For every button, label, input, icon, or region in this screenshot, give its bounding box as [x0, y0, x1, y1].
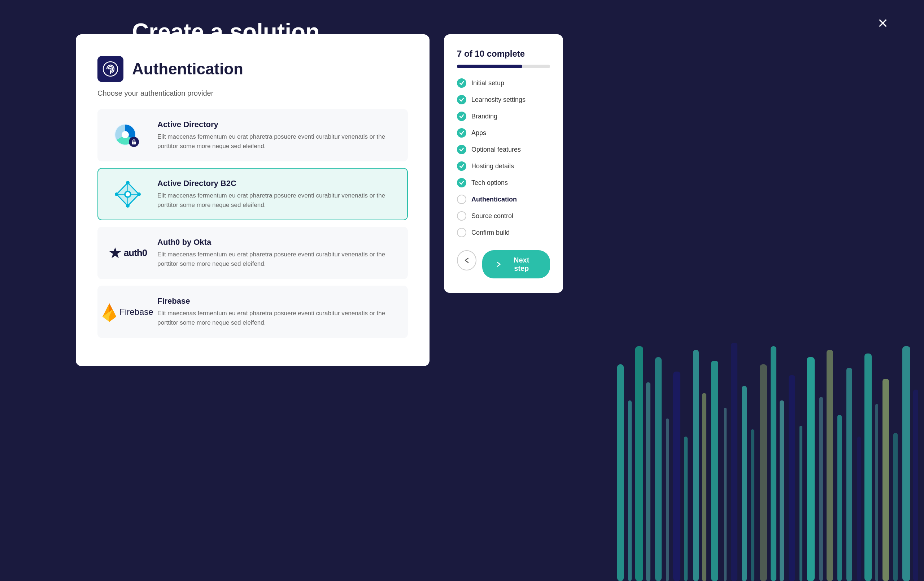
svg-rect-6 [673, 372, 680, 581]
active-directory-logo [110, 121, 146, 150]
step-check-2 [457, 112, 466, 121]
svg-rect-17 [780, 401, 784, 581]
firebase-name: Firebase [157, 296, 396, 306]
next-step-button[interactable]: Next step [482, 250, 550, 278]
option-card-firebase[interactable]: Firebase Firebase Elit maecenas fermentu… [97, 286, 408, 338]
svg-rect-13 [742, 386, 747, 581]
step-check-4 [457, 145, 466, 154]
step-check-3 [457, 128, 466, 137]
empty-check-icon [459, 197, 464, 202]
svg-rect-10 [711, 361, 718, 581]
back-button[interactable] [457, 250, 477, 270]
checkmark-icon [459, 164, 464, 169]
nav-buttons: Next step [457, 250, 550, 278]
svg-point-40 [126, 181, 130, 185]
firebase-desc: Elit maecenas fermentum eu erat pharetra… [157, 309, 396, 327]
checkmark-icon [459, 130, 464, 136]
svg-rect-28 [883, 379, 889, 581]
option-card-auth0[interactable]: auth0 Auth0 by Okta Elit maecenas fermen… [97, 227, 408, 279]
step-check-6 [457, 178, 466, 187]
step-label-6: Tech options [471, 179, 508, 187]
modal-header: Authentication [97, 56, 408, 82]
active-directory-b2c-name: Active Directory B2C [157, 179, 396, 188]
step-check-8 [457, 211, 466, 221]
step-check-5 [457, 161, 466, 171]
checkmark-icon [459, 81, 464, 86]
svg-point-34 [122, 131, 129, 138]
step-list: Initial setupLearnosity settingsBranding… [457, 78, 550, 237]
svg-rect-24 [846, 368, 852, 581]
option-card-active-directory[interactable]: Active Directory Elit maecenas fermentum… [97, 109, 408, 161]
svg-rect-1 [628, 401, 632, 581]
firebase-logo: Firebase [110, 298, 146, 326]
step-item-3[interactable]: Apps [457, 128, 550, 137]
svg-rect-8 [693, 350, 699, 581]
step-item-0[interactable]: Initial setup [457, 78, 550, 88]
checkmark-icon [459, 114, 464, 119]
svg-rect-20 [807, 357, 815, 581]
svg-rect-25 [857, 437, 861, 581]
step-item-6[interactable]: Tech options [457, 178, 550, 187]
step-item-1[interactable]: Learnosity settings [457, 95, 550, 104]
auth0-name: Auth0 by Okta [157, 238, 396, 247]
step-label-8: Source control [471, 212, 513, 220]
svg-point-41 [137, 192, 141, 196]
empty-check-icon [459, 230, 464, 235]
step-label-3: Apps [471, 129, 486, 137]
sidebar-panel: 7 of 10 complete Initial setupLearnosity… [444, 34, 563, 293]
svg-point-32 [103, 62, 118, 76]
active-directory-b2c-info: Active Directory B2C Elit maecenas ferme… [157, 179, 396, 209]
checkmark-icon [459, 180, 464, 185]
progress-bar-background [457, 65, 550, 68]
step-label-7: Authentication [471, 196, 517, 203]
auth0-info: Auth0 by Okta Elit maecenas fermentum eu… [157, 238, 396, 268]
active-directory-name: Active Directory [157, 120, 396, 129]
svg-rect-11 [724, 408, 726, 581]
modal-heading: Authentication [132, 60, 243, 78]
checkmark-icon [459, 97, 464, 102]
svg-rect-21 [819, 397, 823, 581]
svg-rect-29 [893, 433, 898, 581]
step-item-4[interactable]: Optional features [457, 145, 550, 154]
step-label-4: Optional features [471, 146, 521, 154]
step-item-7[interactable]: Authentication [457, 195, 550, 204]
option-card-active-directory-b2c[interactable]: Active Directory B2C Elit maecenas ferme… [97, 168, 408, 220]
main-modal: Authentication Choose your authenticatio… [76, 34, 429, 366]
svg-rect-19 [799, 426, 802, 581]
step-label-1: Learnosity settings [471, 96, 526, 104]
svg-rect-5 [666, 419, 669, 581]
svg-marker-50 [109, 247, 121, 258]
svg-rect-4 [655, 357, 662, 581]
checkmark-icon [459, 147, 464, 152]
active-directory-desc: Elit maecenas fermentum eu erat pharetra… [157, 132, 396, 151]
step-item-5[interactable]: Hosting details [457, 161, 550, 171]
empty-check-icon [459, 214, 464, 218]
next-arrow-icon [495, 261, 502, 268]
svg-rect-26 [865, 354, 872, 581]
svg-rect-14 [751, 429, 754, 581]
step-item-8[interactable]: Source control [457, 211, 550, 221]
svg-rect-27 [875, 404, 878, 581]
firebase-info: Firebase Elit maecenas fermentum eu erat… [157, 296, 396, 327]
svg-rect-18 [789, 375, 795, 581]
svg-rect-2 [635, 346, 643, 581]
close-button[interactable]: × [878, 15, 888, 32]
step-check-7 [457, 195, 466, 204]
progress-bar-fill [457, 65, 522, 68]
option-cards: Active Directory Elit maecenas fermentum… [97, 109, 408, 338]
active-directory-info: Active Directory Elit maecenas fermentum… [157, 120, 396, 151]
svg-rect-31 [913, 390, 918, 581]
svg-rect-3 [646, 382, 650, 581]
fingerprint-icon [102, 61, 119, 77]
step-item-9[interactable]: Confirm build [457, 228, 550, 237]
svg-rect-22 [827, 350, 833, 581]
svg-point-43 [115, 192, 119, 196]
svg-point-45 [125, 192, 130, 197]
step-check-1 [457, 95, 466, 104]
step-item-2[interactable]: Branding [457, 112, 550, 121]
step-check-0 [457, 78, 466, 88]
active-directory-b2c-desc: Elit maecenas fermentum eu erat pharetra… [157, 191, 396, 209]
svg-rect-12 [731, 343, 738, 581]
step-label-9: Confirm build [471, 229, 510, 237]
back-arrow-icon [463, 257, 470, 264]
